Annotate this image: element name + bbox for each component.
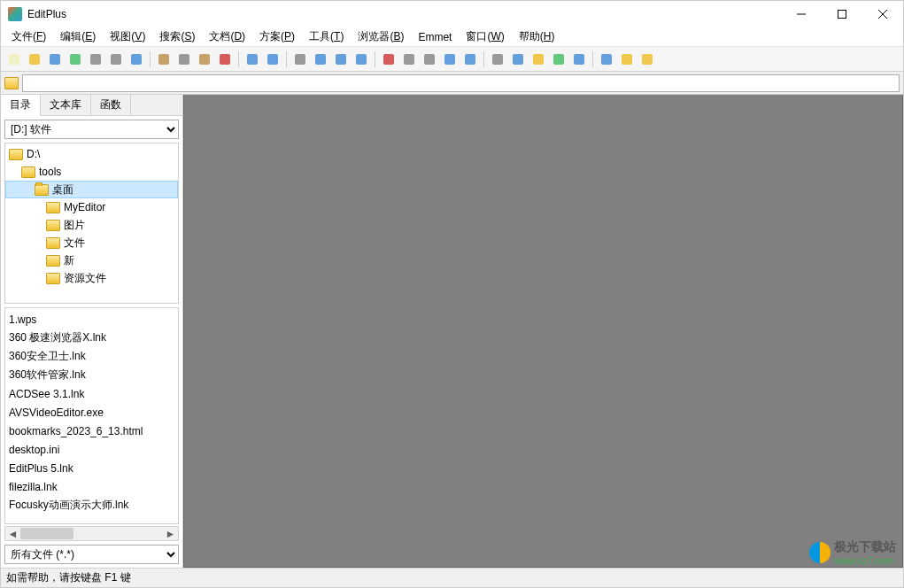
- file-item[interactable]: filezilla.lnk: [9, 477, 174, 496]
- menu-T[interactable]: 工具(T): [302, 27, 351, 46]
- svg-rect-6: [50, 54, 60, 65]
- menu-B[interactable]: 浏览器(B): [351, 27, 411, 46]
- tree-item-label: 文件: [64, 236, 85, 251]
- copy-button[interactable]: [174, 50, 194, 69]
- file-item[interactable]: Focusky动画演示大师.lnk: [9, 496, 174, 514]
- file-filter[interactable]: 所有文件 (*.*): [4, 545, 179, 564]
- window-1-button[interactable]: [508, 50, 528, 69]
- menu-E[interactable]: 编辑(E): [53, 27, 103, 46]
- outdent-button[interactable]: [460, 50, 480, 69]
- browser-button[interactable]: [597, 50, 616, 69]
- menu-W[interactable]: 窗口(W): [459, 27, 511, 46]
- whitespace-button[interactable]: [420, 50, 439, 69]
- menu-D[interactable]: 文档(D): [202, 27, 252, 46]
- save-all-button[interactable]: [66, 50, 85, 69]
- help-icon: [640, 52, 654, 66]
- paste-button[interactable]: [195, 50, 214, 69]
- toolbar-separator: [375, 51, 375, 67]
- window-3-button[interactable]: [549, 50, 568, 69]
- tree-item[interactable]: 资源文件: [5, 269, 178, 287]
- file-item[interactable]: desktop.ini: [9, 440, 174, 459]
- folder-tree[interactable]: D:\tools桌面MyEditor图片文件新资源文件: [4, 143, 179, 304]
- tree-item[interactable]: 文件: [5, 234, 178, 251]
- sidebar-tab-文本库[interactable]: 文本库: [41, 95, 91, 115]
- menu-S[interactable]: 搜索(S): [152, 27, 202, 46]
- folder-icon: [46, 202, 60, 213]
- file-item[interactable]: bookmarks_2023_6_13.html: [9, 422, 174, 440]
- save-icon: [48, 52, 62, 66]
- toolbar: [1, 47, 903, 72]
- maximize-button[interactable]: [822, 1, 862, 27]
- scroll-left-icon[interactable]: ◄: [5, 527, 20, 540]
- tree-item[interactable]: 图片: [5, 216, 178, 234]
- goto-button[interactable]: [352, 50, 371, 69]
- addressbar: [1, 72, 903, 95]
- print-button[interactable]: [86, 50, 105, 69]
- find-next-icon: [313, 52, 328, 66]
- file-item[interactable]: ACDSee 3.1.lnk: [9, 384, 174, 403]
- tree-item[interactable]: tools: [5, 163, 178, 181]
- delete-button[interactable]: [215, 50, 235, 69]
- file-item[interactable]: 360软件管家.lnk: [9, 366, 174, 384]
- find-icon: [293, 52, 307, 66]
- editor-area: [183, 95, 903, 568]
- file-item[interactable]: 1.wps: [9, 310, 174, 329]
- statusbar: 如需帮助，请按键盘 F1 键: [1, 568, 903, 587]
- file-list[interactable]: 1.wps360 极速浏览器X.lnk360安全卫士.lnk360软件管家.ln…: [4, 307, 179, 524]
- open-file-button[interactable]: [25, 50, 44, 69]
- settings-button[interactable]: [488, 50, 507, 69]
- drive-selector[interactable]: [D:] 软件: [4, 120, 179, 139]
- filter-select[interactable]: 所有文件 (*.*): [4, 545, 179, 564]
- watermark-url: www.xz7.com: [834, 555, 896, 566]
- paste-icon: [197, 52, 212, 66]
- menu-V[interactable]: 视图(V): [103, 27, 152, 46]
- menu-H[interactable]: 帮助(H): [512, 27, 562, 46]
- outdent-icon: [463, 52, 477, 66]
- undo-button[interactable]: [243, 50, 262, 69]
- cut-button[interactable]: [154, 50, 174, 69]
- file-item[interactable]: 360安全卫士.lnk: [9, 347, 174, 366]
- menu-F[interactable]: 文件(F): [4, 27, 53, 46]
- tree-item[interactable]: 桌面: [5, 181, 178, 198]
- minimize-button[interactable]: [781, 1, 822, 27]
- file-item[interactable]: AVSVideoEditor.exe: [9, 403, 174, 422]
- sidebar-tab-目录[interactable]: 目录: [1, 95, 41, 116]
- menu-Emmet[interactable]: Emmet: [411, 29, 459, 45]
- app-title: EditPlus: [27, 8, 781, 20]
- redo-button[interactable]: [263, 50, 282, 69]
- save-button[interactable]: [45, 50, 65, 69]
- close-button[interactable]: [862, 1, 903, 27]
- help-button[interactable]: [637, 50, 657, 69]
- watermark-name: 极光下载站: [834, 539, 896, 555]
- window-2-button[interactable]: [529, 50, 548, 69]
- toggle-button[interactable]: [127, 50, 146, 69]
- file-item[interactable]: 360 极速浏览器X.lnk: [9, 329, 174, 347]
- tree-item[interactable]: 新: [5, 251, 178, 269]
- folder-icon: [46, 237, 60, 249]
- folder-icon: [21, 166, 35, 178]
- word-wrap-button[interactable]: [399, 50, 419, 69]
- svg-rect-11: [158, 54, 169, 65]
- menu-P[interactable]: 方案(P): [252, 27, 302, 46]
- address-input[interactable]: [22, 74, 900, 92]
- refresh-button[interactable]: [617, 50, 637, 69]
- toolbar-separator: [483, 51, 484, 67]
- window-4-button[interactable]: [569, 50, 589, 69]
- file-item[interactable]: EditPlus 5.lnk: [9, 459, 174, 477]
- new-file-button[interactable]: [4, 50, 24, 69]
- replace-button[interactable]: [331, 50, 351, 69]
- tree-item-label: tools: [39, 166, 61, 178]
- svg-rect-1: [838, 11, 846, 19]
- sidebar-tab-函数[interactable]: 函数: [91, 95, 131, 115]
- indent-button[interactable]: [440, 50, 460, 69]
- file-list-hscroll[interactable]: ◄ ►: [4, 526, 179, 541]
- scroll-right-icon[interactable]: ►: [163, 527, 178, 540]
- find-next-button[interactable]: [311, 50, 330, 69]
- find-button[interactable]: [290, 50, 310, 69]
- tree-item[interactable]: D:\: [5, 145, 178, 163]
- tree-item[interactable]: MyEditor: [5, 198, 178, 216]
- scroll-thumb[interactable]: [20, 528, 73, 539]
- font-button[interactable]: [379, 50, 398, 69]
- drive-select[interactable]: [D:] 软件: [4, 120, 179, 139]
- print-preview-button[interactable]: [106, 50, 126, 69]
